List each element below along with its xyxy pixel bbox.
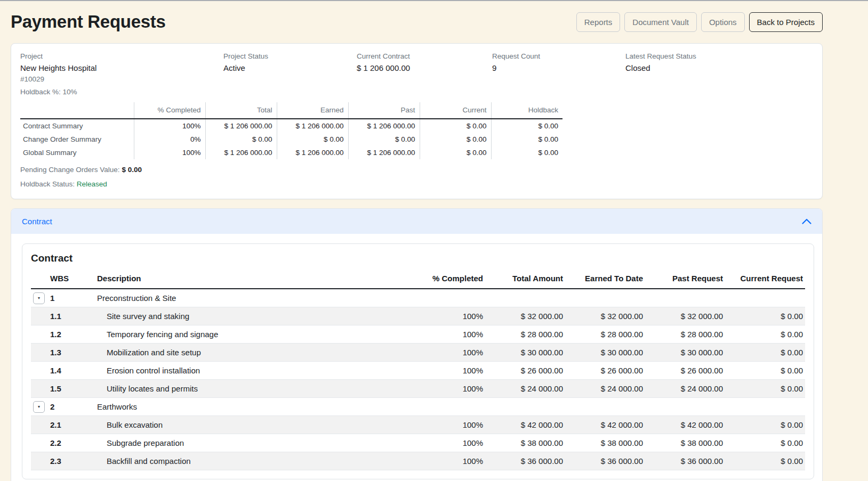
summary-cell-completed: 100% <box>134 119 205 133</box>
contract-accordion: Contract Contract WBS Description <box>11 208 823 481</box>
summary-cell-total: $ 1 206 000.00 <box>205 119 277 133</box>
cell-current-request: $ 0.00 <box>725 452 805 470</box>
cell-completed: 100% <box>405 362 485 380</box>
column-header-past-request: Past Request <box>645 271 725 289</box>
expander-button[interactable]: ▾ <box>33 401 45 413</box>
cell-completed: 100% <box>405 452 485 470</box>
field-label: Latest Request Status <box>625 52 813 60</box>
cell-expander: ▾ <box>31 452 50 470</box>
toolbar-button[interactable]: Reports <box>576 12 621 32</box>
contract-header-row: WBS Description % Completed Total Amount… <box>31 271 805 289</box>
holdback-status-value: Released <box>77 180 107 188</box>
cell-description: Mobilization and site setup <box>97 344 405 362</box>
summary-row: Contract Summary 100% $ 1 206 000.00 $ 1… <box>20 119 562 133</box>
cell-description: Erosion control installation <box>97 362 405 380</box>
cell-current-request: $ 0.00 <box>725 325 805 344</box>
chevron-up-icon <box>802 218 811 224</box>
cell-description: Backfill and compaction <box>97 452 405 470</box>
cell-current-request <box>725 398 805 416</box>
cell-expander: ▾ <box>31 416 50 434</box>
summary-cell-total: $ 0.00 <box>205 133 277 146</box>
contract-row: ▾ 1.1 Site survey and staking 100% $ 32 … <box>31 307 805 325</box>
cell-current-request: $ 0.00 <box>725 344 805 362</box>
field-label: Current Contract <box>357 52 492 60</box>
cell-past-request: $ 42 000.00 <box>645 416 725 434</box>
pending-change-orders-value: $ 0.00 <box>122 166 142 174</box>
cell-description: Bulk excavation <box>97 416 405 434</box>
cell-completed: 100% <box>405 325 485 344</box>
cell-expander: ▾ <box>31 344 50 362</box>
cell-description: Temporary fencing and signage <box>97 325 405 344</box>
summary-cell-total: $ 1 206 000.00 <box>205 146 277 159</box>
contract-row: ▾ 2.1 Bulk excavation 100% $ 42 000.00 $… <box>31 416 805 434</box>
summary-column-past: Past <box>348 102 420 119</box>
cell-total-amount <box>485 289 565 307</box>
cell-past-request <box>645 289 725 307</box>
contract-accordion-header[interactable]: Contract <box>11 209 822 234</box>
holdback-percent-label: Holdback %: 10% <box>20 88 813 96</box>
contract-row: ▾ 1 Preconstruction & Site <box>31 289 805 307</box>
summary-row-label: Contract Summary <box>20 119 134 133</box>
contract-row: ▾ 2.3 Backfill and compaction 100% $ 36 … <box>31 452 805 470</box>
column-header-total-amount: Total Amount <box>485 271 565 289</box>
contract-card: Contract WBS Description % Completed Tot… <box>22 243 814 479</box>
cell-total-amount: $ 32 000.00 <box>485 307 565 325</box>
column-header-description: Description <box>97 271 405 289</box>
toolbar-button[interactable]: Options <box>701 12 745 32</box>
field-sub <box>492 75 625 84</box>
cell-past-request: $ 32 000.00 <box>645 307 725 325</box>
page-header: Payment Requests Reports Document Vault … <box>11 12 823 32</box>
project-field: Latest Request Status Closed <box>625 52 813 84</box>
toolbar-button[interactable]: Back to Projects <box>749 12 823 32</box>
project-fields: Project New Heights Hospital #10029 Proj… <box>20 52 813 84</box>
field-label: Project <box>20 52 223 60</box>
cell-total-amount: $ 42 000.00 <box>485 416 565 434</box>
cell-earned-to-date: $ 26 000.00 <box>565 362 645 380</box>
window-top-edge <box>0 0 868 1</box>
cell-wbs: 1.3 <box>50 344 97 362</box>
page-title: Payment Requests <box>11 12 165 32</box>
caret-down-icon: ▾ <box>38 404 40 409</box>
cell-total-amount <box>485 398 565 416</box>
toolbar-button[interactable]: Document Vault <box>624 12 697 32</box>
caret-down-icon: ▾ <box>38 296 40 300</box>
field-sub <box>625 75 813 84</box>
cell-current-request: $ 0.00 <box>725 307 805 325</box>
summary-cell-earned: $ 1 206 000.00 <box>277 146 348 159</box>
summary-row: Global Summary 100% $ 1 206 000.00 $ 1 2… <box>20 146 562 159</box>
cell-wbs: 2 <box>50 398 97 416</box>
cell-expander: ▾ <box>31 398 50 416</box>
cell-expander: ▾ <box>31 307 50 325</box>
summary-cell-past: $ 0.00 <box>348 133 420 146</box>
summary-cell-current: $ 0.00 <box>420 146 491 159</box>
cell-past-request: $ 24 000.00 <box>645 380 725 398</box>
cell-past-request <box>645 398 725 416</box>
cell-total-amount: $ 38 000.00 <box>485 434 565 452</box>
cell-total-amount: $ 26 000.00 <box>485 362 565 380</box>
holdback-status-label: Holdback Status: <box>20 180 75 188</box>
field-label: Project Status <box>223 52 357 60</box>
expander-button[interactable]: ▾ <box>33 292 45 304</box>
summary-row: Change Order Summary 0% $ 0.00 $ 0.00 $ … <box>20 133 562 146</box>
cell-current-request: $ 0.00 <box>725 434 805 452</box>
contract-row: ▾ 1.3 Mobilization and site setup 100% $… <box>31 344 805 362</box>
summary-cell-holdback: $ 0.00 <box>491 146 562 159</box>
accordion-body: Contract WBS Description % Completed Tot… <box>11 234 822 481</box>
cell-current-request: $ 0.00 <box>725 380 805 398</box>
field-value: New Heights Hospital <box>20 63 223 72</box>
cell-past-request: $ 36 000.00 <box>645 452 725 470</box>
summary-cell-current: $ 0.00 <box>420 119 491 133</box>
cell-expander: ▾ <box>31 434 50 452</box>
column-header-earned-to-date: Earned To Date <box>565 271 645 289</box>
cell-current-request: $ 0.00 <box>725 362 805 380</box>
cell-total-amount: $ 28 000.00 <box>485 325 565 344</box>
field-sub: #10029 <box>20 75 223 84</box>
cell-earned-to-date: $ 42 000.00 <box>565 416 645 434</box>
cell-earned-to-date: $ 32 000.00 <box>565 307 645 325</box>
cell-current-request: $ 0.00 <box>725 416 805 434</box>
cell-expander: ▾ <box>31 362 50 380</box>
summary-cell-earned: $ 1 206 000.00 <box>277 119 348 133</box>
summary-cell-past: $ 1 206 000.00 <box>348 119 420 133</box>
contract-row: ▾ 2.2 Subgrade preparation 100% $ 38 000… <box>31 434 805 452</box>
cell-expander: ▾ <box>31 325 50 344</box>
